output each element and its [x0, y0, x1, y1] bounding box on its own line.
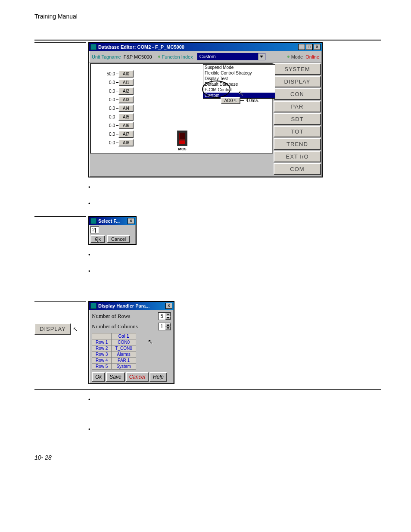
side-button-extio[interactable]: EXT I/O [274, 151, 321, 162]
save-button[interactable]: Save [106, 372, 125, 382]
analog-inputs-list: 50.0AI0 0.0AI1 0.0AI2 0.0AI3 0.0AI4 0.0A… [100, 69, 134, 147]
section-rule [34, 389, 381, 390]
function-index-input[interactable]: 2 [90, 226, 99, 233]
ai-row: 0.0AI6 [100, 121, 134, 130]
page-number: 10- 28 [34, 454, 381, 461]
cancel-button[interactable]: Cancel [107, 235, 130, 243]
arrow-up-icon[interactable] [165, 313, 171, 316]
side-button-tot[interactable]: TOT [274, 126, 321, 137]
combo-selected-text: Custom [198, 53, 258, 60]
device-icon [177, 131, 187, 146]
close-button[interactable]: × [128, 218, 134, 224]
display-grid[interactable]: Col 1 Row 1CON0 Row 2T_CON0 Row 3Alarms … [92, 333, 136, 370]
grid-cell[interactable]: PAR 1 [112, 358, 136, 364]
ai-box[interactable]: AI3 [118, 96, 134, 103]
dropdown-option[interactable]: Display Test [203, 76, 275, 81]
cursor-icon: ↖ [234, 98, 237, 103]
rows-label: Number of Rows [92, 313, 158, 320]
col-header: Col 1 [112, 333, 136, 339]
header-rule [34, 40, 381, 40]
ai-box[interactable]: AI5 [118, 113, 134, 121]
analog-output: AO0↖ 4.0ma. [221, 97, 259, 104]
title-bar[interactable]: Display Handler Para... × [89, 302, 174, 310]
editor-canvas: 50.0AI0 0.0AI1 0.0AI2 0.0AI3 0.0AI4 0.0A… [90, 63, 273, 154]
section-rule [34, 42, 86, 43]
bullet-list-3 [88, 396, 381, 433]
unit-tagname-value: F&P MC5000 [124, 54, 152, 59]
display-button[interactable]: DISPLAY [34, 323, 71, 335]
ai-box[interactable]: AI1 [118, 79, 134, 86]
side-button-system[interactable]: SYSTEM [274, 63, 321, 75]
ai-box[interactable]: AI0 [118, 70, 134, 78]
arrow-down-icon[interactable] [165, 316, 171, 320]
cols-label: Number of Columns [92, 323, 158, 330]
bullet-item [88, 426, 381, 433]
side-button-panel: SYSTEM DISPLAY CON PAR SDT TOT TREND EXT… [274, 63, 321, 176]
ai-row: 0.0AI5 [100, 112, 134, 121]
arrow-up-icon[interactable] [165, 323, 171, 327]
cancel-button[interactable]: Cancel [126, 372, 149, 382]
help-button[interactable]: Help [149, 372, 167, 382]
rows-spinner[interactable]: 5 [158, 312, 171, 320]
ai-box[interactable]: AI7 [118, 131, 134, 138]
minimize-button[interactable]: _ [298, 44, 305, 50]
dropdown-option[interactable]: Default Database [203, 81, 275, 87]
device-label: MC5 [177, 147, 187, 151]
side-button-trend[interactable]: TREND [274, 138, 321, 150]
page-header: Training Manual [34, 13, 381, 20]
bullet-item [88, 184, 381, 191]
chevron-down-icon[interactable] [258, 53, 265, 60]
ai-box[interactable]: AI4 [118, 105, 134, 112]
arrow-down-icon[interactable] [165, 327, 171, 330]
ai-box[interactable]: AI6 [118, 122, 134, 129]
row-header: Row 5 [92, 364, 112, 370]
grid-cell[interactable]: Alarms [112, 352, 136, 358]
function-index-label: Function Index [162, 54, 193, 59]
device-block[interactable]: MC5 [177, 131, 187, 151]
ai-row: 0.0AI7 [100, 130, 134, 138]
title-bar[interactable]: Database Editor: COM2 - F_P_MC5000 _ □ × [89, 43, 322, 51]
display-handler-window: Display Handler Para... × Number of Rows… [88, 301, 174, 384]
ai-row: 0.0AI8 [100, 138, 134, 147]
side-button-par[interactable]: PAR [274, 101, 321, 112]
ao-box[interactable]: AO0↖ [221, 97, 240, 104]
section-rule [34, 216, 86, 217]
ai-row: 0.0AI3 [100, 95, 134, 104]
database-editor-window: Database Editor: COM2 - F_P_MC5000 _ □ ×… [88, 42, 323, 177]
select-function-window: Select F... × 2 Ok Cancel ↖ [88, 216, 137, 245]
dropdown-option[interactable]: Suspend Mode [203, 65, 275, 70]
ai-box[interactable]: AI2 [118, 87, 134, 95]
cols-spinner[interactable]: 1 [158, 323, 171, 330]
side-button-sdt[interactable]: SDT [274, 113, 321, 125]
window-title: Select F... [98, 218, 120, 224]
close-button[interactable]: × [165, 303, 172, 309]
row-header: Row 2 [92, 345, 112, 352]
ai-row: 0.0AI4 [100, 104, 134, 112]
status-dot [158, 56, 160, 58]
ok-button[interactable]: Ok [92, 372, 105, 382]
ai-row: 50.0AI0 [100, 69, 134, 78]
bullet-item [88, 396, 381, 404]
title-bar[interactable]: Select F... × [89, 217, 136, 225]
cursor-icon: ↖ [148, 339, 153, 345]
ai-box[interactable]: AI8 [118, 139, 134, 146]
grid-cell[interactable]: System [112, 364, 136, 370]
maximize-button[interactable]: □ [306, 44, 313, 50]
close-button[interactable]: × [314, 44, 321, 50]
row-header: Row 1 [92, 339, 112, 345]
function-index-combo[interactable]: Custom [197, 53, 265, 60]
side-button-con[interactable]: CON [274, 88, 321, 100]
row-header: Row 4 [92, 358, 112, 364]
cols-value: 1 [159, 323, 165, 330]
bullet-item [88, 200, 381, 208]
status-dot-2 [287, 56, 290, 58]
row-header: Row 3 [92, 352, 112, 358]
grid-cell[interactable]: CON0 [112, 339, 136, 345]
side-button-display[interactable]: DISPLAY [274, 76, 321, 87]
section-rule [34, 301, 86, 302]
ao-value: 4.0ma. [246, 98, 259, 103]
dropdown-option[interactable]: Flexible Control Strategy [203, 70, 275, 76]
app-icon [90, 44, 97, 50]
side-button-com[interactable]: COM [274, 163, 321, 175]
grid-cell[interactable]: T_CON0 [112, 345, 136, 352]
